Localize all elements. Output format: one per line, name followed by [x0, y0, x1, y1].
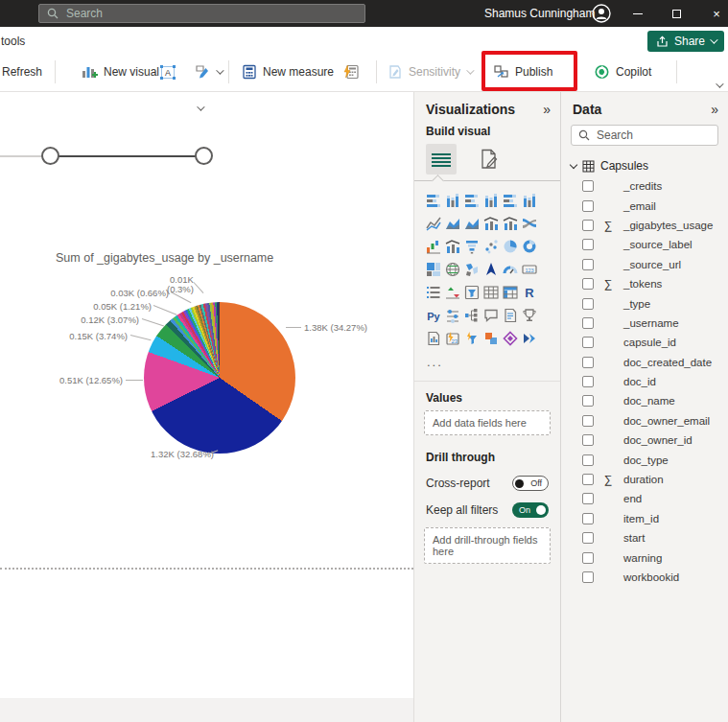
share-button[interactable]: Share: [647, 31, 724, 52]
field-checkbox[interactable]: [582, 454, 594, 466]
field-name[interactable]: _username: [623, 317, 679, 329]
paginated-report-icon[interactable]: [425, 330, 442, 347]
key-influencers-icon[interactable]: [444, 307, 461, 324]
slicer-icon[interactable]: [463, 284, 481, 301]
field-checkbox[interactable]: [582, 434, 594, 446]
field-checkbox[interactable]: [582, 259, 594, 270]
power-automate-icon[interactable]: [463, 330, 481, 347]
clustered-column-chart-icon[interactable]: [482, 192, 500, 209]
field-row-_credits[interactable]: _credits: [561, 176, 728, 196]
field-checkbox[interactable]: [582, 395, 594, 407]
decomposition-tree-icon[interactable]: [463, 307, 481, 324]
field-row-_source_url[interactable]: _source_url: [561, 255, 728, 274]
field-row-doc_id[interactable]: doc_id: [561, 372, 728, 391]
custom-visual-orange-icon[interactable]: [482, 330, 500, 347]
values-field-well[interactable]: Add data fields here: [424, 410, 551, 435]
copilot-button[interactable]: Copilot: [594, 54, 651, 90]
collapse-ribbon-chevron-icon[interactable]: [716, 80, 723, 87]
slicer-track-selected[interactable]: [50, 155, 205, 157]
map-icon[interactable]: [444, 261, 461, 278]
qa-visual-icon[interactable]: [482, 307, 500, 324]
field-name[interactable]: _source_label: [623, 239, 693, 250]
line-stacked-column-chart-icon[interactable]: [482, 215, 500, 232]
field-checkbox[interactable]: [582, 239, 594, 250]
field-name[interactable]: start: [623, 532, 645, 544]
field-row-doc_owner_id[interactable]: doc_owner_id: [561, 431, 728, 450]
smart-narrative-icon[interactable]: [502, 307, 519, 324]
collapse-pane-icon[interactable]: »: [543, 102, 551, 117]
field-row-doc_created_date[interactable]: doc_created_date: [561, 353, 728, 372]
treemap-icon[interactable]: [425, 261, 442, 278]
stacked-column-chart-icon[interactable]: [444, 192, 461, 209]
table-node-capsules[interactable]: Capsules: [561, 153, 728, 176]
maximize-button[interactable]: [660, 0, 693, 27]
hundred-stacked-column-chart-icon[interactable]: [521, 192, 538, 209]
r-script-visual-icon[interactable]: R: [521, 284, 538, 301]
field-checkbox[interactable]: [582, 571, 594, 583]
field-name[interactable]: _source_url: [623, 259, 681, 270]
filled-map-icon[interactable]: [463, 261, 481, 278]
field-row-_source_label[interactable]: _source_label: [561, 235, 728, 254]
multi-row-card-icon[interactable]: [425, 284, 442, 301]
keep-all-filters-toggle[interactable]: On: [512, 502, 549, 518]
field-row-doc_type[interactable]: doc_type: [561, 450, 728, 469]
field-name[interactable]: warning: [623, 552, 662, 564]
field-row-duration[interactable]: ∑duration: [561, 470, 728, 489]
collapse-pane-icon[interactable]: »: [711, 102, 718, 117]
field-checkbox[interactable]: [582, 317, 594, 329]
column-line-combo-chart-icon[interactable]: [444, 238, 461, 255]
field-row-doc_owner_email[interactable]: doc_owner_email: [561, 411, 728, 431]
field-name[interactable]: _type: [623, 298, 650, 310]
field-row-capsule_id[interactable]: capsule_id: [561, 333, 728, 352]
clustered-bar-chart-icon[interactable]: [463, 192, 481, 209]
field-checkbox[interactable]: [582, 220, 594, 231]
funnel-chart-icon[interactable]: [463, 238, 481, 255]
field-checkbox[interactable]: [582, 532, 594, 544]
field-name[interactable]: _gigabytes_usage: [623, 220, 713, 231]
field-row-_type[interactable]: _type: [561, 293, 728, 313]
python-visual-icon[interactable]: Py: [425, 307, 442, 324]
line-chart-icon[interactable]: [425, 215, 442, 232]
field-name[interactable]: _email: [623, 200, 656, 212]
metrics-icon[interactable]: [521, 307, 538, 324]
donut-chart-icon[interactable]: [521, 238, 538, 255]
field-checkbox[interactable]: [582, 337, 594, 348]
field-name[interactable]: doc_owner_id: [623, 434, 693, 446]
field-checkbox[interactable]: [582, 513, 594, 524]
user-avatar-icon[interactable]: [592, 4, 611, 23]
new-visual-button[interactable]: New visual: [81, 54, 159, 90]
field-name[interactable]: end: [623, 493, 642, 504]
global-search-box[interactable]: Search: [38, 4, 365, 23]
field-name[interactable]: item_id: [623, 513, 659, 524]
field-checkbox[interactable]: [582, 357, 594, 368]
publish-button[interactable]: Publish: [493, 54, 552, 90]
power-apps-icon[interactable]: 23: [444, 330, 461, 347]
quick-measure-button[interactable]: [343, 54, 360, 90]
text-box-button[interactable]: A: [159, 54, 176, 90]
field-checkbox[interactable]: [582, 180, 594, 192]
azure-map-icon[interactable]: [482, 261, 500, 278]
report-canvas[interactable]: Sum of _gigabytes_usage by _username 1.3…: [0, 92, 413, 698]
field-checkbox[interactable]: [582, 376, 594, 387]
pie-chart-icon[interactable]: [502, 238, 519, 255]
field-checkbox[interactable]: [582, 552, 594, 564]
field-name[interactable]: workbookid: [623, 571, 679, 583]
matrix-icon[interactable]: [502, 284, 519, 301]
hundred-stacked-bar-chart-icon[interactable]: [502, 192, 519, 209]
scatter-chart-icon[interactable]: [482, 238, 500, 255]
drill-through-field-well[interactable]: Add drill-through fields here: [424, 527, 551, 564]
field-name[interactable]: _tokens: [623, 278, 662, 290]
field-name[interactable]: doc_owner_email: [623, 415, 710, 427]
field-name[interactable]: doc_id: [623, 376, 656, 387]
field-row-_username[interactable]: _username: [561, 314, 728, 333]
data-search-box[interactable]: Search: [571, 125, 718, 146]
field-name[interactable]: doc_type: [623, 454, 669, 466]
card-icon[interactable]: 123: [521, 261, 538, 278]
field-checkbox[interactable]: [582, 298, 594, 310]
pie-chart[interactable]: [144, 302, 295, 454]
build-visual-tab[interactable]: [426, 144, 457, 175]
shapes-button[interactable]: [193, 54, 222, 90]
field-row-doc_name[interactable]: doc_name: [561, 391, 728, 410]
minimize-button[interactable]: [622, 0, 654, 27]
table-icon[interactable]: [482, 284, 500, 301]
